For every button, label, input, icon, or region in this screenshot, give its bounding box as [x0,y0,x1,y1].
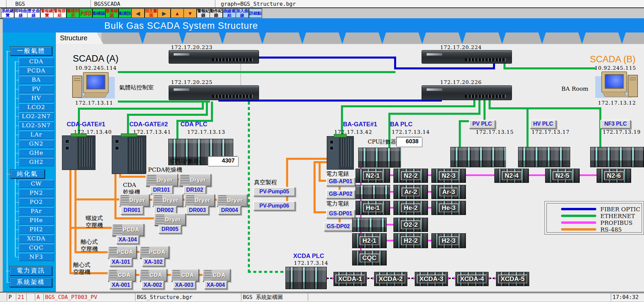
tag-xa003[interactable]: XA-003 [173,281,196,289]
node-xcda-4[interactable]: XCDA-4 [455,272,489,286]
sidebar-item-nf3[interactable]: NF3 [19,253,54,261]
node-xcda-5[interactable]: XCDA-5 [496,272,529,286]
sidebar-item-hv[interactable]: HV [19,94,54,102]
compressor-xa002[interactable]: CDA [139,269,167,282]
dryer-dr002[interactable]: Dryer [152,194,183,207]
node-h2-3[interactable]: H2-3 [431,233,466,248]
sidebar-item-lco2[interactable]: LCO2 [19,103,54,111]
dryer-dr102[interactable]: Dryer [179,174,211,187]
nf3-plc-rack[interactable] [590,147,644,167]
sidebar-group-power-info[interactable]: 電力資訊 [9,266,52,276]
btn-system-overview[interactable]: 系統總覽 [1,8,14,18]
compressor-xa102[interactable]: PCDA [139,246,169,259]
compressor-xa101[interactable]: PCDA [108,246,137,259]
compressor-xa003[interactable]: CDA [171,269,199,282]
btn-alarm-group[interactable]: 警報群組 [53,8,66,18]
tag-xa104[interactable]: XA-104 [116,236,139,244]
node-ar-2[interactable]: Ar-2 [393,185,428,199]
tag-pv-plc[interactable]: PV PLC [469,120,495,129]
btn-action-log[interactable]: 動作紀錄 [210,8,223,18]
node-ar-3[interactable]: Ar-3 [431,185,466,199]
tag-hv-plc[interactable]: HV PLC [530,120,556,129]
tag-dr001[interactable]: DR001 [121,206,144,215]
dryer-dr001[interactable]: Dryer [119,194,150,207]
btn-print[interactable]: 列印 [79,8,92,18]
tag-gb-ap01[interactable]: GB-AP01 [326,177,355,186]
node-h2-2[interactable]: H2-2 [393,233,428,248]
tag-dr003[interactable]: DR003 [186,206,209,215]
node-n2-6[interactable]: N2-6 [597,169,631,183]
tag-gb-ap02[interactable]: GB-AP02 [326,190,355,199]
sidebar-group-purified-gas[interactable]: 純化氣 [10,169,45,178]
tag-gs-dp01[interactable]: GS-DP01 [326,210,355,218]
btn-home-screen[interactable]: 回主畫面 [145,8,158,18]
btn-history-trend[interactable]: 歷史曲線 [27,8,40,18]
node-he-1[interactable]: He-1 [356,201,390,215]
node-xcda-1[interactable]: XCDA-1 [334,272,367,286]
tag-nf3-plc[interactable]: NF3 PLC [600,120,631,129]
dryer-dr101[interactable]: Dryer [146,174,178,187]
tag-xa102[interactable]: XA-102 [142,258,165,266]
node-he-3[interactable]: He-3 [431,201,466,215]
sidebar-item-cw[interactable]: CW [19,180,54,188]
compressor-xa001[interactable]: CDA [108,269,136,282]
network-switch-3[interactable] [422,50,512,64]
node-ar-1-rack[interactable] [356,185,390,199]
network-switch-1[interactable] [169,50,259,64]
btn-trend-link[interactable]: 曲線連結 [223,8,236,18]
sidebar-item-ba[interactable]: BA [19,76,54,84]
node-n2-3[interactable]: N2-3 [431,169,466,183]
btn-detail-point[interactable]: 詳細點 [249,8,262,18]
scada-a-computer-icon[interactable] [72,72,115,100]
btn-alarm-log[interactable]: 警報紀錄 [197,8,210,18]
node-h2-1[interactable]: H2-1 [352,233,387,248]
sidebar-item-po2[interactable]: PO2 [19,198,54,206]
sidebar-group-system-structure[interactable]: 系統架構 [9,278,52,287]
node-n2-2[interactable]: N2-2 [393,169,428,183]
compressor-xa104[interactable]: PCDA [112,223,144,236]
btn-back-arrow[interactable]: ◀ [131,8,145,18]
tab-structure[interactable]: Structure [56,33,103,44]
btn-point-ack[interactable]: 點確認 [92,8,106,18]
tag-pv-pump06[interactable]: PV-Pump06 [253,201,295,211]
hv-plc-rack[interactable] [518,147,570,167]
xcda-plc-rack[interactable] [285,267,327,289]
sidebar-item-pcda[interactable]: PCDA [19,67,54,75]
sidebar-item-ghe[interactable]: GHe [19,149,54,157]
sidebar-group-general-gas[interactable]: 一般氣體 [10,46,52,56]
node-o2-1-rack[interactable] [352,218,387,232]
sidebar-item-lo2-5n7[interactable]: LO2-5N7 [19,122,54,130]
network-switch-2[interactable] [169,85,259,100]
dryer-dr003[interactable]: Dryer [185,194,215,207]
btn-graph-list[interactable]: 圖檔列示 [66,8,80,18]
node-n2-1[interactable]: N2-1 [356,169,390,183]
btn-up-arrow[interactable]: ▲ [171,8,184,18]
sidebar-item-lar[interactable]: LAr [19,131,54,139]
compressor-xa004[interactable]: CDA [202,269,231,282]
sidebar-item-par[interactable]: PAr [19,207,54,215]
cda-gateway2-device[interactable] [112,135,146,174]
tag-gs-dp02[interactable]: GS-DP02 [324,222,353,231]
scada-b-computer-icon[interactable] [595,71,638,99]
tag-dr102[interactable]: DR102 [183,186,206,194]
node-xcda-3[interactable]: XCDA-3 [415,272,448,286]
ba-gateway-device[interactable] [327,136,354,170]
btn-forward-arrow[interactable]: ▶ [157,8,171,18]
btn-add-trend[interactable]: 加入曲線 [236,8,249,18]
btn-point-info[interactable]: 點資訊 [119,8,132,18]
ba-plc-rack[interactable] [358,148,401,168]
node-he-2[interactable]: He-2 [393,201,428,215]
tag-xa101[interactable]: XA-101 [109,258,132,266]
node-n2-5[interactable]: N2-5 [545,169,580,183]
btn-screen-ack[interactable]: 螢幕確認 [105,8,119,18]
network-switch-4[interactable] [422,85,512,100]
cda-gateway1-device[interactable] [62,135,95,170]
sidebar-item-pv[interactable]: PV [19,85,54,93]
node-n2-4[interactable]: N2-4 [494,169,529,183]
tag-xa004[interactable]: XA-004 [204,281,227,289]
tag-xa001[interactable]: XA-001 [109,281,132,289]
sidebar-item-phe[interactable]: PHe [19,216,54,224]
btn-alarm-overview[interactable]: 警報總覽 [40,8,53,18]
tag-dr005[interactable]: DR005 [158,225,181,234]
tag-pv-pump05[interactable]: PV-Pump05 [253,187,295,196]
